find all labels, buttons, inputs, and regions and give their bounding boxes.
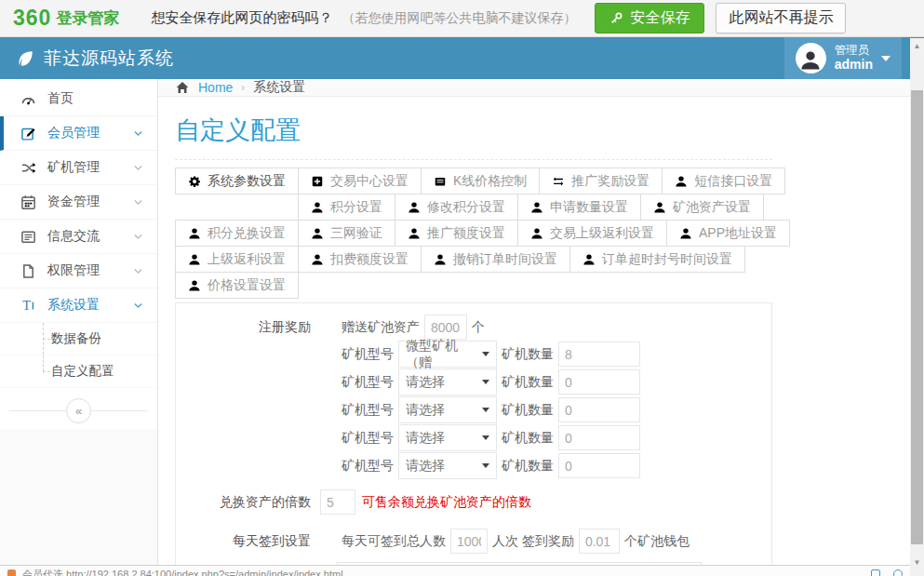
tab-apply-quantity[interactable]: 申请数量设置 [517, 194, 641, 221]
tab-promo-quota[interactable]: 推广额度设置 [395, 220, 518, 247]
miner-type-label: 矿机型号 [341, 430, 394, 447]
miner-qty-label: 矿机数量 [502, 346, 554, 363]
chevron-down-icon [132, 231, 144, 243]
person-icon [408, 227, 421, 240]
gears-icon [188, 175, 201, 188]
miner-type-select[interactable]: 微型矿机（赠 [398, 341, 497, 368]
exchange-ratio-input[interactable] [320, 489, 355, 515]
miner-qty-input[interactable] [558, 397, 640, 422]
miner-type-select[interactable]: 请选择 [398, 368, 497, 395]
scrollbar-thumb[interactable] [911, 90, 923, 544]
breadcrumb-home-link[interactable]: Home [198, 80, 233, 95]
sidebar-item-members[interactable]: 会员管理 [0, 116, 157, 151]
tab-label: 价格设置设置 [208, 277, 286, 294]
miner-row: 矿机型号 微型矿机（赠 矿机数量 [176, 341, 771, 368]
tab-label: 交易中心设置 [330, 173, 408, 190]
tab-kline-price[interactable]: K线价格控制 [421, 167, 540, 194]
tab-trade-upline-rebate[interactable]: 交易上级返利设置 [517, 220, 667, 247]
miner-type-value: 请选择 [406, 430, 445, 447]
scroll-up-arrow[interactable]: ▲ [910, 39, 924, 53]
miner-type-select[interactable]: 请选择 [398, 396, 497, 423]
miner-qty-input[interactable] [558, 342, 640, 367]
miner-type-select[interactable]: 请选择 [398, 452, 497, 479]
tab-system-params[interactable]: 系统参数设置 [175, 167, 299, 194]
sidebar-subitem-data-backup[interactable]: 数据备份 [0, 323, 157, 355]
chevron-down-icon [132, 162, 144, 174]
person-icon [653, 201, 666, 214]
tab-fee-quota[interactable]: 扣费额度设置 [298, 246, 422, 273]
gift-pool-input[interactable] [424, 315, 467, 340]
miner-qty-input[interactable] [558, 453, 640, 478]
password-manager-bar: 360 登录管家 想安全保存此网页的密码吗？ （若您使用网吧等公共电脑不建议保存… [0, 0, 924, 37]
tab-label: 申请数量设置 [550, 199, 628, 216]
tab-label: 系统参数设置 [208, 173, 286, 190]
leaf-logo-icon [15, 48, 35, 69]
scroll-down-arrow[interactable]: ▼ [910, 556, 924, 569]
tab-points-exchange[interactable]: 积分兑换设置 [175, 220, 299, 247]
caret-down-icon [482, 352, 489, 356]
download-icon[interactable] [871, 569, 880, 576]
daily-signin-row: 每天签到设置 每天可签到总人数 人次 签到奖励 个矿池钱包 [176, 529, 771, 554]
signin-reward-input[interactable] [579, 529, 620, 554]
tab-edit-points[interactable]: 修改积分设置 [395, 194, 518, 221]
miner-qty-label: 矿机数量 [502, 458, 554, 475]
user-meta: 管理员 admin [835, 45, 873, 72]
tab-triple-net-verify[interactable]: 三网验证 [298, 220, 395, 247]
status-right-icons [871, 568, 903, 576]
user-menu[interactable]: 管理员 admin [784, 37, 902, 79]
sidebar-item-label: 首页 [47, 90, 74, 107]
sidebar-collapse-button[interactable]: « [66, 398, 91, 423]
miner-row: 矿机型号 请选择 矿机数量 [176, 368, 771, 395]
daily-signin-label: 每天签到设置 [176, 533, 311, 550]
sidebar-item-system-settings[interactable]: 系统设置 [0, 288, 157, 323]
miner-type-value: 请选择 [406, 402, 445, 419]
miner-type-label: 矿机型号 [341, 458, 394, 475]
secure-save-button[interactable]: 安全保存 [595, 3, 704, 33]
tab-points[interactable]: 积分设置 [298, 194, 395, 221]
password-save-question: 想安全保存此网页的密码吗？ [151, 9, 332, 27]
tab-label: APP地址设置 [699, 225, 777, 242]
tab-pool-assets[interactable]: 矿池资产设置 [640, 194, 764, 221]
system-params-panel: 注册奖励 赠送矿池资产 个 矿机型号 微型矿机（赠 矿机数量 [175, 302, 772, 576]
plus-square-icon [311, 175, 324, 188]
news-icon [20, 229, 36, 245]
person-icon [799, 49, 822, 72]
miner-type-select[interactable]: 请选择 [398, 424, 497, 451]
tab-cancel-order-time[interactable]: 撤销订单时间设置 [421, 246, 570, 273]
tab-app-address[interactable]: APP地址设置 [666, 220, 790, 247]
title-divider [175, 159, 772, 160]
sidebar-item-home[interactable]: 首页 [0, 82, 157, 116]
sidebar-subitem-custom-config[interactable]: 自定义配置 [0, 355, 157, 388]
miner-qty-input[interactable] [558, 369, 640, 395]
person-icon [188, 227, 201, 240]
gift-pool-label: 赠送矿池资产 [341, 319, 420, 336]
chevron-down-icon [881, 56, 891, 61]
tab-sms-api[interactable]: 短信接口设置 [662, 167, 785, 194]
chevron-down-icon [132, 127, 144, 140]
vertical-scrollbar[interactable]: ▲ ▼ [910, 38, 924, 576]
gauge-icon [20, 91, 36, 107]
miner-type-label: 矿机型号 [341, 402, 394, 419]
edit-icon [20, 126, 36, 141]
tab-label: 撤销订单时间设置 [453, 251, 557, 268]
person-icon [188, 279, 201, 292]
tab-promo-reward[interactable]: 推广奖励设置 [539, 167, 663, 194]
miner-qty-input[interactable] [558, 425, 640, 450]
360-logo-suffix: 登录管家 [56, 7, 119, 29]
tab-order-timeout-ban[interactable]: 订单超时封号时间设置 [569, 246, 745, 273]
never-remind-button[interactable]: 此网站不再提示 [716, 3, 846, 33]
clock-icon[interactable] [893, 569, 903, 576]
tab-trade-center[interactable]: 交易中心设置 [298, 167, 422, 194]
sidebar-item-miners[interactable]: 矿机管理 [0, 151, 157, 185]
gift-unit: 个 [472, 319, 485, 336]
tab-price-setting[interactable]: 价格设置设置 [175, 272, 299, 299]
signin-total-input[interactable] [450, 529, 488, 554]
sidebar-item-permissions[interactable]: 权限管理 [0, 254, 157, 288]
user-role: 管理员 [835, 45, 873, 58]
screen: 360 登录管家 想安全保存此网页的密码吗？ （若您使用网吧等公共电脑不建议保存… [0, 0, 924, 576]
sidebar-item-messages[interactable]: 信息交流 [0, 220, 157, 254]
tab-upline-rebate[interactable]: 上级返利设置 [175, 246, 299, 273]
sidebar-item-funds[interactable]: 资金管理 [0, 185, 157, 220]
caret-down-icon [482, 463, 489, 468]
miner-type-value: 请选择 [406, 458, 445, 475]
